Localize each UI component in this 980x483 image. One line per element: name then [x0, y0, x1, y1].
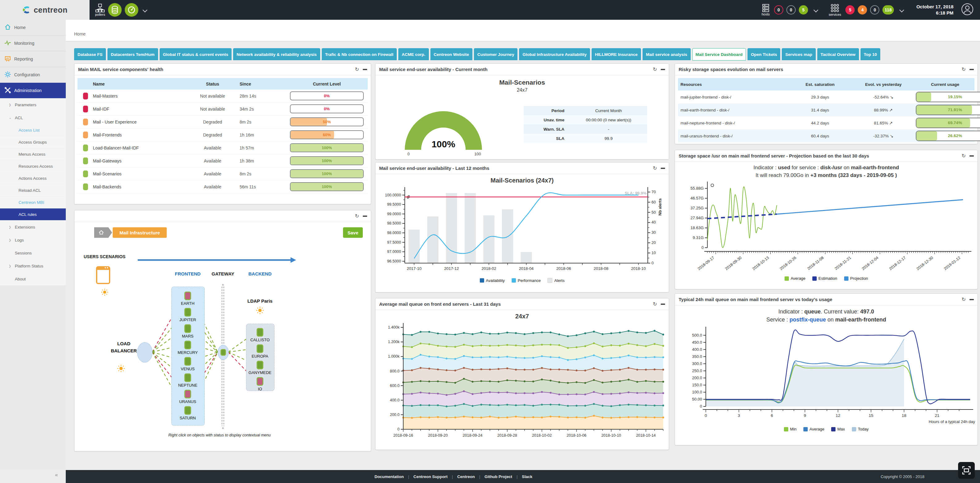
- hosts-badge[interactable]: 0: [774, 5, 783, 14]
- minimize-icon[interactable]: [661, 168, 665, 169]
- node-io[interactable]: IO: [246, 377, 274, 391]
- footer-link-slack[interactable]: Slack: [522, 474, 532, 479]
- map-home-icon[interactable]: [94, 227, 108, 238]
- services-badge[interactable]: 5: [845, 5, 854, 14]
- database-status-icon[interactable]: [108, 3, 122, 17]
- service-name[interactable]: Mail - User Experience: [93, 120, 186, 124]
- status-icon-ok[interactable]: [220, 349, 226, 356]
- sidebar-item-configuration[interactable]: Configuration: [0, 67, 66, 83]
- node-saturn[interactable]: SATURN: [174, 406, 202, 420]
- sidebar-item-access-list[interactable]: Access List: [0, 124, 66, 136]
- tab-trafic-nb-connection-on-firewall[interactable]: Trafic & Nb connection on Firewall: [322, 48, 397, 60]
- status-square-icon[interactable]: [78, 92, 93, 99]
- status-icon-ok[interactable]: [185, 357, 191, 366]
- minimize-icon[interactable]: [969, 69, 974, 70]
- node-venus[interactable]: VENUS: [174, 357, 202, 371]
- tab-mail-service-dashboard[interactable]: Mail Service Dashboard: [692, 48, 746, 61]
- sidebar-item-home[interactable]: Home: [0, 20, 66, 35]
- status-icon-ok[interactable]: [185, 308, 191, 317]
- sidebar-item-reload-acl[interactable]: Reload ACL: [0, 184, 66, 196]
- service-name[interactable]: Mail-Gateways: [93, 158, 186, 163]
- footer-link-documentation[interactable]: Documentation: [374, 474, 404, 479]
- minimize-icon[interactable]: [661, 69, 665, 70]
- tab-centreon-website[interactable]: Centreon Website: [430, 48, 473, 60]
- hosts-badge[interactable]: 5: [799, 5, 808, 14]
- sidebar-item-about[interactable]: About: [0, 273, 66, 285]
- poller-dropdown-chevron-icon[interactable]: [143, 7, 148, 12]
- sidebar-item-resources-access[interactable]: Resources Access: [0, 160, 66, 172]
- sidebar-item-extensions[interactable]: ❯Extensions: [0, 220, 66, 233]
- resource-name[interactable]: mail-jupiter-frontend - disk-/: [678, 95, 789, 99]
- minimize-icon[interactable]: [363, 69, 367, 70]
- footer-link-centreon[interactable]: Centreon: [457, 474, 475, 479]
- minimize-icon[interactable]: [363, 215, 367, 217]
- sidebar-item-menus-access[interactable]: Menus Access: [0, 148, 66, 160]
- tab-services-map[interactable]: Services map: [782, 48, 815, 60]
- sidebar-item-acl[interactable]: ⌄ACL: [0, 111, 66, 124]
- minimize-icon[interactable]: [969, 155, 974, 156]
- sidebar-item-logs[interactable]: ❯Logs: [0, 233, 66, 246]
- sidebar-item-acl-rules[interactable]: ACL rules: [0, 209, 66, 220]
- tab-network-availability-reliability-analysis[interactable]: Network availability & reliability analy…: [233, 48, 320, 60]
- sidebar-item-access-groups[interactable]: Access Groups: [0, 136, 66, 148]
- hosts-dropdown-chevron-icon[interactable]: [814, 7, 819, 12]
- tab-acme-corp-[interactable]: ACME corp.: [398, 48, 429, 60]
- tab-mail-service-analysis[interactable]: Mail service analysis: [643, 48, 691, 60]
- services-icon[interactable]: services: [829, 4, 841, 16]
- map-breadcrumb-label[interactable]: Mail Infrastructure: [113, 227, 167, 238]
- node-mercury[interactable]: MERCURY: [174, 341, 202, 355]
- user-avatar[interactable]: [961, 3, 974, 17]
- resource-name[interactable]: mail-neptune-frontend - disk-/: [678, 121, 789, 125]
- service-name[interactable]: Mail-IDF: [93, 107, 186, 112]
- hosts-icon[interactable]: hosts: [762, 4, 770, 16]
- load-balancer-node[interactable]: [137, 342, 153, 363]
- service-name[interactable]: Mail-Frontends: [93, 132, 186, 137]
- resource-name[interactable]: mail-earth-frontend - disk-/: [678, 108, 789, 112]
- resource-name[interactable]: mail-uranus-frontend - disk-/: [678, 134, 789, 138]
- tab-top-10[interactable]: Top 10: [861, 48, 881, 60]
- fullscreen-button[interactable]: [958, 462, 975, 479]
- save-button[interactable]: Save: [343, 227, 363, 238]
- status-square-icon[interactable]: [78, 158, 93, 164]
- sidebar-item-administration[interactable]: Administration: [0, 83, 66, 98]
- tab-hillmore-insurance[interactable]: HILLMORE Insurance: [592, 48, 641, 60]
- status-icon-critical[interactable]: [185, 390, 191, 399]
- services-dropdown-chevron-icon[interactable]: [899, 7, 904, 12]
- node-earth[interactable]: EARTH: [174, 292, 202, 306]
- sidebar-item-parameters[interactable]: ❯Parameters: [0, 98, 66, 111]
- tab-tactical-overview[interactable]: Tactical Overview: [817, 48, 859, 60]
- status-square-icon[interactable]: [78, 171, 93, 177]
- tab-global-infrastructure-availability[interactable]: Global Infrastructure Availability: [519, 48, 590, 60]
- refresh-icon[interactable]: ↻: [355, 67, 359, 72]
- refresh-icon[interactable]: ↻: [962, 297, 966, 302]
- sidebar-item-actions-access[interactable]: Actions Access: [0, 172, 66, 184]
- sidebar-item-platform-status[interactable]: ❯Platform Status: [0, 260, 66, 273]
- sidebar-collapse-button[interactable]: «: [55, 472, 58, 478]
- status-icon-ok[interactable]: [256, 361, 263, 369]
- status-icon-ok[interactable]: [185, 373, 191, 382]
- status-square-icon[interactable]: [78, 183, 93, 190]
- node-mars[interactable]: MARS: [174, 324, 202, 338]
- sidebar-item-centreon-mbi[interactable]: Centreon MBI: [0, 196, 66, 209]
- tab-datacenters-tem-hum[interactable]: Datacenters Tem/Hum: [107, 48, 158, 60]
- status-icon-ok[interactable]: [256, 328, 263, 336]
- service-name[interactable]: Mail-Scenarios: [93, 171, 186, 176]
- tab-customer-journey[interactable]: Customer Journey: [474, 48, 517, 60]
- service-name[interactable]: Mail-Masters: [93, 94, 186, 99]
- status-icon-critical[interactable]: [256, 377, 263, 386]
- node-jupiter[interactable]: JUPITER: [174, 308, 202, 322]
- status-icon-ok[interactable]: [256, 344, 263, 353]
- status-square-icon[interactable]: [78, 145, 93, 151]
- services-badge[interactable]: 4: [858, 5, 867, 14]
- refresh-icon[interactable]: ↻: [653, 166, 657, 171]
- node-callisto[interactable]: CALLISTO: [246, 328, 274, 342]
- status-square-icon[interactable]: [78, 105, 93, 112]
- status-icon-critical[interactable]: [185, 292, 191, 300]
- node-neptune[interactable]: NEPTUNE: [174, 373, 202, 387]
- sidebar-item-sessions[interactable]: Sessions: [0, 246, 66, 260]
- refresh-icon[interactable]: ↻: [653, 302, 657, 307]
- breadcrumb[interactable]: Home: [74, 32, 86, 37]
- services-badge[interactable]: 118: [883, 5, 894, 14]
- minimize-icon[interactable]: [969, 299, 974, 300]
- node-ganymede[interactable]: GANYMEDE: [246, 361, 274, 375]
